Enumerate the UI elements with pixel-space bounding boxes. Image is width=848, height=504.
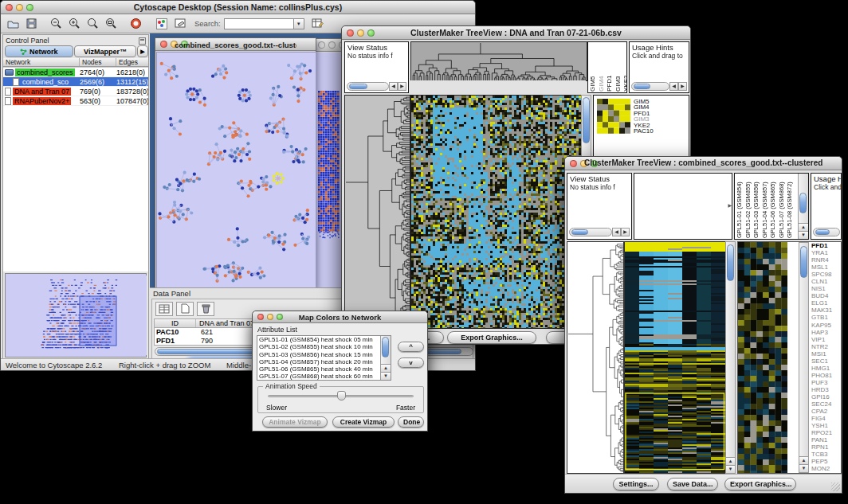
close-icon[interactable]: [6, 4, 13, 11]
list-item[interactable]: GPL51-04 (GSM857) heat shock 20 min: [257, 358, 380, 365]
attribute-list-vscrollbar[interactable]: ▲▼: [380, 336, 391, 380]
gene-label[interactable]: SEC1: [811, 357, 842, 365]
gene-label[interactable]: PUF3: [811, 379, 842, 386]
zoom-out-icon[interactable]: [47, 16, 65, 32]
search-dropdown-icon[interactable]: ▼: [294, 18, 304, 29]
network-view-canvas[interactable]: [156, 52, 316, 289]
save-icon[interactable]: [22, 16, 40, 32]
network-row[interactable]: RNAPuberNov2+563(0)107847(0): [3, 96, 148, 106]
network-row[interactable]: combined_scores2764(0)16218(0): [3, 68, 148, 77]
gene-label[interactable]: PEP5: [811, 458, 842, 465]
vizmapper-icon[interactable]: [153, 16, 171, 32]
gene-label[interactable]: PHO81: [811, 372, 842, 379]
gene-label[interactable]: VIP1: [811, 336, 842, 343]
zoom-selected-icon[interactable]: [84, 16, 101, 32]
main-titlebar[interactable]: Cytoscape Desktop (Session Name: collins…: [1, 1, 475, 14]
new-attribute-icon[interactable]: [176, 302, 194, 316]
close-icon[interactable]: [318, 41, 325, 49]
tv2-heatmap-vscrollbar[interactable]: ▲▼: [725, 241, 736, 474]
tv1-status-hscrollbar[interactable]: ◀▶: [347, 82, 406, 91]
gene-label[interactable]: MSI1: [811, 350, 842, 357]
done-button[interactable]: Done: [398, 416, 424, 428]
gene-label[interactable]: MON2: [811, 465, 842, 472]
tv1-heatmap-canvas[interactable]: [410, 95, 582, 329]
list-item[interactable]: GPL51-07 (GSM868) heat shock 60 min: [257, 373, 380, 380]
close-icon[interactable]: [257, 314, 264, 320]
tv2-column-tree-area[interactable]: ▶: [634, 173, 732, 240]
attribute-editor-icon[interactable]: [309, 16, 327, 32]
gene-label[interactable]: CPA2: [811, 408, 842, 415]
speed-slider-thumb[interactable]: [337, 391, 346, 400]
network-overview-canvas[interactable]: [6, 275, 147, 355]
close-icon[interactable]: [347, 29, 354, 37]
gene-label[interactable]: NTR2: [811, 343, 842, 350]
gene-label[interactable]: FIG4: [811, 415, 842, 422]
attribute-select-icon[interactable]: [155, 302, 173, 316]
gene-label[interactable]: SPC98: [811, 271, 842, 278]
tv1-export-graphics-button[interactable]: Export Graphics...: [447, 331, 536, 344]
tab-vizmapper[interactable]: VizMapper™: [74, 45, 136, 57]
tv2-labels-vscrollbar[interactable]: ▲▼: [798, 174, 808, 239]
close-icon[interactable]: [160, 41, 167, 48]
attribute-listbox[interactable]: GPL51-01 (GSM854) heat shock 05 minGPL51…: [257, 335, 391, 381]
tv2-zoom-heatmap-canvas[interactable]: [738, 242, 787, 473]
minimize-icon[interactable]: [328, 41, 336, 49]
gene-label[interactable]: RPO21: [811, 429, 842, 436]
gene-label[interactable]: YSH1: [811, 422, 842, 429]
delete-attribute-icon[interactable]: [197, 302, 214, 316]
list-item[interactable]: GPL51-03 (GSM856) heat shock 15 min: [257, 351, 380, 358]
search-input[interactable]: [224, 18, 294, 29]
gene-label[interactable]: HAP3: [811, 329, 842, 336]
resize-grip[interactable]: [831, 483, 840, 491]
open-file-icon[interactable]: [4, 16, 22, 32]
gene-label[interactable]: HRD3: [811, 386, 842, 393]
network-overview-panel[interactable]: [5, 273, 147, 357]
gene-label[interactable]: KAP95: [811, 322, 842, 329]
tv2-heatmap-canvas[interactable]: [624, 241, 726, 474]
create-vizmap-button[interactable]: Create Vizmap: [332, 416, 395, 428]
gene-label[interactable]: CLN1: [811, 278, 842, 285]
treeview2-titlebar[interactable]: ClusterMaker TreeView : combined_scores_…: [565, 157, 842, 170]
tab-overflow-arrow-icon[interactable]: ▶: [137, 45, 148, 57]
tv1-zoom-matrix-canvas[interactable]: [597, 99, 630, 134]
expand-arrow-icon[interactable]: ▶: [728, 202, 732, 208]
tv2-export-graphics-button[interactable]: Export Graphics...: [724, 478, 796, 490]
tv2-gene-list[interactable]: PFD1YRA1RNR4MSL1SPC98CLN1NIS1BUD4ELG1MAK…: [811, 242, 842, 473]
gene-label[interactable]: RPN1: [811, 443, 842, 451]
data-col-id[interactable]: ID: [155, 319, 196, 327]
tv2-save-data-button[interactable]: Save Data...: [667, 478, 718, 490]
gene-label[interactable]: SEC24: [811, 400, 842, 408]
zoom-fit-icon[interactable]: [102, 16, 120, 32]
gene-label[interactable]: BUD4: [811, 292, 842, 299]
gene-label[interactable]: PAN1: [811, 436, 842, 443]
close-icon[interactable]: [570, 160, 577, 167]
tab-network[interactable]: Network: [5, 45, 73, 57]
gene-label[interactable]: GTB1: [811, 314, 842, 321]
gene-label[interactable]: ELG1: [811, 299, 842, 307]
tv2-zoom-vscrollbar[interactable]: ▲▼: [799, 242, 809, 473]
tv1-column-dendrogram[interactable]: [410, 41, 587, 81]
animate-vizmap-button[interactable]: Animate Vizmap: [262, 416, 328, 428]
gene-label[interactable]: MSL1: [811, 264, 842, 271]
move-up-button[interactable]: ^: [398, 342, 424, 352]
tv2-settings-button[interactable]: Settings...: [613, 478, 659, 490]
help-lifering-icon[interactable]: [127, 16, 144, 32]
annotation-icon[interactable]: [171, 16, 189, 32]
gene-label[interactable]: MAK31: [811, 307, 842, 314]
tv1-hints-hscrollbar[interactable]: ◀▶: [631, 82, 687, 91]
tv2-status-hscrollbar[interactable]: ◀▶: [569, 228, 630, 236]
gene-label[interactable]: HMG1: [811, 365, 842, 372]
gene-label[interactable]: NIS1: [811, 285, 842, 292]
gene-label[interactable]: TCB3: [811, 451, 842, 458]
tv2-hints-hscrollbar[interactable]: [813, 228, 840, 236]
list-item[interactable]: GPL51-01 (GSM854) heat shock 05 min: [257, 336, 380, 343]
network-row[interactable]: DNA and Tran 07769(0)183728(0): [3, 87, 148, 96]
network-frame-titlebar[interactable]: combined_scores_good.txt--cluste...: [155, 38, 316, 51]
tv2-row-dendrogram[interactable]: [567, 241, 624, 474]
gene-label[interactable]: GPI16: [811, 393, 842, 400]
move-down-button[interactable]: v: [398, 357, 424, 368]
gene-label[interactable]: PFD1: [811, 242, 842, 249]
list-item[interactable]: GPL51-02 (GSM855) heat shock 10 min: [257, 343, 380, 350]
list-item[interactable]: GPL51-06 (GSM865) heat shock 40 min: [257, 365, 380, 373]
tv1-row-dendrogram[interactable]: [344, 95, 410, 329]
